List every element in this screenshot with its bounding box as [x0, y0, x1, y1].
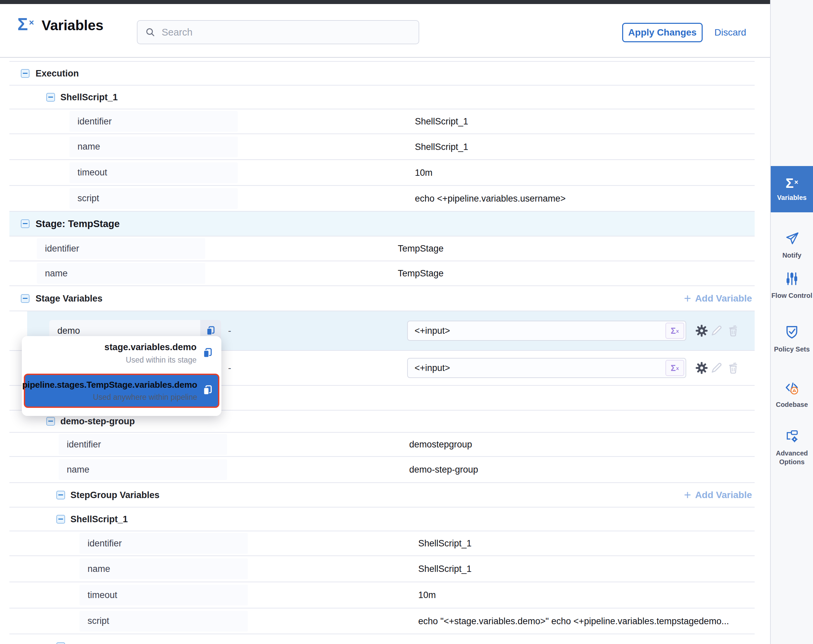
variable-expression-popup: stage.variables.demo Used within its sta… — [22, 336, 221, 416]
expression-option-pipeline-scope-highlighted[interactable]: pipeline.stages.TempStage.variables.demo… — [24, 374, 219, 408]
expression-path: stage.variables.demo — [104, 342, 196, 353]
tree-section-execution[interactable]: Execution — [9, 61, 755, 86]
plus-icon: + — [684, 293, 691, 304]
field-row-name: name ShellScript_1 — [9, 556, 755, 582]
field-label: name — [37, 263, 205, 284]
tree-section-stage-variables[interactable]: Stage Variables + Add Variable — [9, 286, 755, 311]
field-row-identifier: identifier TempStage — [9, 236, 755, 261]
field-label: timeout — [69, 163, 238, 183]
expression-scope: Used anywhere within pipeline — [22, 393, 197, 402]
expression-path: pipeline.stages.TempStage.variables.demo — [22, 380, 197, 390]
field-row-name: name demo-step-group — [9, 457, 755, 483]
tree-section-shellscript1[interactable]: ShellScript_1 — [9, 508, 755, 531]
add-variable-button[interactable]: + Add Variable — [684, 293, 752, 304]
code-warning-icon — [784, 380, 799, 397]
variable-value-input[interactable]: <+input> Σx — [407, 358, 686, 378]
field-value: ShellScript_1 — [415, 117, 468, 127]
collapse-minus-icon[interactable] — [56, 642, 65, 644]
field-row-identifier: identifier demostepgroup — [9, 433, 755, 457]
flowchart-gear-icon — [784, 429, 799, 445]
right-sidebar: Σ× Variables Notify Flow Con — [770, 0, 813, 644]
field-value: TempStage — [398, 244, 444, 254]
required-dash: - — [228, 363, 231, 373]
trash-icon[interactable] — [726, 324, 741, 338]
header: Σ× Variables Apply Changes Discard — [0, 4, 770, 57]
collapse-minus-icon[interactable] — [21, 219, 29, 228]
field-label: name — [69, 136, 238, 157]
apply-changes-button[interactable]: Apply Changes — [622, 23, 703, 42]
field-label: script — [80, 611, 248, 632]
tree-section-shellscript1[interactable]: ShellScript_1 — [9, 86, 755, 109]
flow-sliders-icon — [784, 271, 799, 288]
sigma-x-icon: Σ× — [785, 176, 798, 190]
field-label: identifier — [37, 238, 205, 259]
collapse-minus-icon[interactable] — [21, 69, 29, 78]
collapse-minus-icon[interactable] — [46, 93, 55, 102]
trash-icon[interactable] — [726, 360, 741, 375]
copy-icon[interactable] — [202, 347, 213, 360]
required-dash: - — [228, 325, 231, 336]
shield-check-icon — [784, 325, 799, 342]
field-label: identifier — [59, 434, 227, 455]
sidebar-item-notify[interactable]: Notify — [771, 231, 813, 260]
field-label: name — [80, 558, 248, 579]
pencil-icon[interactable] — [709, 360, 724, 375]
field-value: ShellScript_1 — [418, 564, 472, 574]
collapse-minus-icon[interactable] — [21, 294, 29, 303]
page-title: Variables — [41, 17, 103, 34]
variable-value-input[interactable]: <+input> Σx — [407, 320, 686, 341]
field-value: demostepgroup — [409, 439, 472, 450]
plus-icon: + — [684, 489, 691, 500]
field-label: identifier — [69, 111, 238, 132]
expression-sigma-chip[interactable]: Σx — [666, 360, 684, 376]
field-row-script: script echo "<+stage.variables.demo>" ec… — [9, 609, 755, 634]
expression-sigma-chip[interactable]: Σx — [666, 323, 684, 339]
field-value: ShellScript_1 — [415, 141, 468, 152]
field-value: echo "<+stage.variables.demo>" echo <+pi… — [418, 616, 729, 626]
field-row-timeout: timeout 10m — [9, 582, 755, 609]
search-input[interactable] — [161, 26, 397, 38]
field-row-timeout: timeout 10m — [9, 160, 755, 186]
sidebar-item-variables[interactable]: Σ× Variables — [771, 166, 813, 212]
field-label: timeout — [80, 585, 248, 606]
field-label: script — [69, 188, 238, 209]
field-value: TempStage — [398, 268, 444, 279]
variables-panel-icon: Σ× — [17, 15, 34, 33]
sidebar-item-policy-sets[interactable]: Policy Sets — [771, 325, 813, 354]
collapse-minus-icon[interactable] — [46, 417, 55, 426]
paper-plane-icon — [784, 231, 799, 248]
collapse-minus-icon[interactable] — [56, 491, 65, 500]
field-row-identifier: identifier ShellScript_1 — [9, 109, 755, 134]
field-value: 10m — [418, 590, 436, 600]
window-top-strip — [0, 0, 770, 4]
field-value: echo <+pipeline.variables.username> — [415, 193, 566, 204]
expression-option-stage-scope[interactable]: stage.variables.demo Used within its sta… — [104, 342, 213, 365]
discard-button[interactable]: Discard — [715, 27, 746, 38]
pencil-icon[interactable] — [709, 324, 724, 338]
tree-section-partial[interactable] — [9, 634, 755, 644]
field-label: identifier — [80, 533, 248, 554]
field-value: ShellScript_1 — [418, 538, 472, 549]
expression-scope: Used within its stage — [104, 356, 196, 365]
gear-icon[interactable] — [694, 360, 709, 375]
field-row-name: name TempStage — [9, 261, 755, 286]
sidebar-item-codebase[interactable]: Codebase — [771, 380, 813, 409]
field-row-name: name ShellScript_1 — [9, 134, 755, 160]
copy-icon[interactable] — [202, 384, 213, 397]
sidebar-item-advanced-options[interactable]: Advanced Options — [771, 429, 813, 466]
gear-icon[interactable] — [694, 324, 709, 338]
field-value: demo-step-group — [409, 465, 478, 475]
tree-section-stage-tempstage[interactable]: Stage: TempStage — [9, 212, 755, 236]
collapse-minus-icon[interactable] — [56, 515, 65, 524]
search-icon — [145, 27, 156, 38]
field-value: 10m — [415, 167, 433, 178]
field-row-identifier: identifier ShellScript_1 — [9, 531, 755, 556]
field-row-script: script echo <+pipeline.variables.usernam… — [9, 186, 755, 212]
field-label: name — [59, 459, 227, 480]
search-box[interactable] — [137, 20, 419, 44]
add-variable-button[interactable]: + Add Variable — [684, 489, 752, 500]
sidebar-item-flow-control[interactable]: Flow Control — [771, 271, 813, 300]
tree-section-stepgroup-variables[interactable]: StepGroup Variables + Add Variable — [9, 483, 755, 508]
